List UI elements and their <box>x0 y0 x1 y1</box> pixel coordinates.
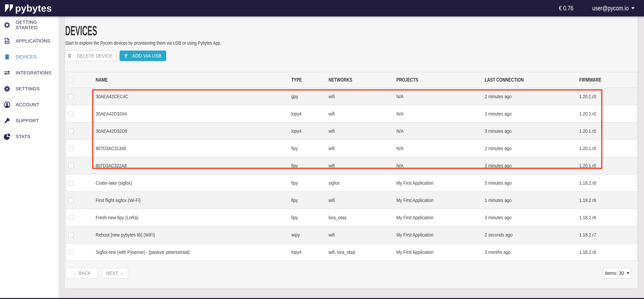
row-checkbox[interactable] <box>68 163 74 168</box>
devices-table: NAME TYPE NETWORKS PROJECTS LAST CONNECT… <box>66 72 638 261</box>
device-networks: wifi <box>328 232 335 238</box>
row-checkbox[interactable] <box>68 198 74 203</box>
device-networks: sigfox <box>328 180 340 186</box>
pagination: ← BACK NEXT → Items: 30 <box>66 268 636 278</box>
usb-icon <box>123 53 129 58</box>
device-row: 30AEA42CEC4CgpywifiN/A2 minutes ago1.20.… <box>66 88 637 105</box>
device-projects: N/A <box>396 146 404 151</box>
row-checkbox[interactable] <box>68 180 74 186</box>
device-networks: wifi <box>328 111 335 117</box>
back-button[interactable]: ← BACK <box>66 268 98 278</box>
logo-text: pybytes <box>15 3 52 14</box>
next-button[interactable]: NEXT → <box>102 268 128 278</box>
device-type: lopy4 <box>291 111 302 117</box>
delete-device-button[interactable]: DELETE DEVICE <box>65 50 117 61</box>
column-header-type: TYPE <box>291 77 302 83</box>
device-firmware: 1.20.1.r0 <box>579 163 596 168</box>
sidebar-item-account[interactable]: ACCOUNT <box>0 97 59 113</box>
device-name: Reboot [new pybytes lib] (WiFi) <box>96 232 155 238</box>
screen-bottom-edge <box>0 298 644 299</box>
sidebar-item-devices[interactable]: DEVICES <box>0 49 59 65</box>
device-name: Sigfox-test (with Pysense) - [pastoor pe… <box>96 249 189 255</box>
sidebar-item-stats[interactable]: STATS <box>0 128 59 144</box>
user-email: user@pycom.io <box>592 4 629 12</box>
device-networks: wifi <box>328 94 335 100</box>
device-last-connection: 3 minutes ago <box>485 128 512 134</box>
chip-icon <box>3 53 11 60</box>
table-header-row: NAME TYPE NETWORKS PROJECTS LAST CONNECT… <box>66 72 637 88</box>
device-networks: wifi <box>328 198 335 203</box>
items-per-page-dropdown[interactable]: Items: 30 <box>603 268 631 278</box>
add-via-usb-label: ADD VIA USB <box>132 53 161 59</box>
device-name: 30AEA42CEC4C <box>96 94 128 100</box>
device-projects: N/A <box>396 163 404 168</box>
chevron-down-icon <box>626 272 630 274</box>
device-row: Sigfox-test (with Pysense) - [pastoor pe… <box>66 243 637 260</box>
user-icon <box>3 101 11 108</box>
sidebar-item-support[interactable]: SUPPORT <box>0 113 59 128</box>
device-type: wipy <box>291 232 300 238</box>
sidebar-item-label: SUPPORT <box>16 118 39 124</box>
row-checkbox[interactable] <box>68 250 74 255</box>
device-type: fipy <box>291 215 298 220</box>
back-button-label: ← BACK <box>73 270 91 276</box>
trash-icon <box>67 53 72 58</box>
device-name: First flight sigfox (Wi-Fi) <box>96 198 141 203</box>
device-projects: My First Application <box>396 215 434 220</box>
device-last-connection: 2 seconds ago <box>485 232 512 238</box>
device-last-connection: 2 minutes ago <box>485 146 512 151</box>
sidebar-item-label: DEVICES <box>16 54 37 60</box>
delete-device-label: DELETE DEVICE <box>77 53 112 59</box>
add-via-usb-button[interactable]: ADD VIA USB <box>120 50 166 61</box>
sidebar-item-integrations[interactable]: INTEGRATIONS <box>0 65 59 81</box>
column-header-firmware: FIRMWARE <box>579 77 601 83</box>
device-last-connection: 3 minutes ago <box>485 215 512 220</box>
device-firmware: 1.18.2.r6 <box>579 215 596 220</box>
device-networks: wifi, lora_otaa <box>328 249 355 255</box>
device-row: First flight sigfox (Wi-Fi)fipywifiMy Fi… <box>66 192 637 209</box>
top-bar: pybytes € 0.76 user@pycom.io <box>0 0 644 16</box>
gear-icon <box>3 85 11 92</box>
device-row: Crater-lake (sigfox)fipysigfoxMy First A… <box>66 174 637 192</box>
devices-page: DEVICES Start to explore the Pycom devic… <box>65 16 638 288</box>
wrench-icon <box>3 117 11 124</box>
device-projects: My First Application <box>396 249 434 255</box>
device-row: 30AEA42D32D8lopy4wifiN/A3 minutes ago1.2… <box>66 122 637 140</box>
row-checkbox[interactable] <box>68 146 74 151</box>
device-firmware: 1.20.1.r0 <box>579 146 596 151</box>
device-name: 30AEA42D32D8 <box>96 128 127 134</box>
column-header-networks: NETWORKS <box>328 77 352 83</box>
device-projects: N/A <box>396 128 404 134</box>
sidebar-item-settings[interactable]: SETTINGS <box>0 81 59 97</box>
page-subtitle: Start to explore the Pycom devices by pr… <box>65 40 221 46</box>
row-checkbox[interactable] <box>68 94 74 99</box>
device-row: Fresh-new-fipy (LoRa)fipylora_otaaMy Fir… <box>66 209 637 226</box>
sidebar-item-applications[interactable]: APPLICATIONS <box>0 33 59 49</box>
select-all-checkbox[interactable] <box>68 78 74 82</box>
device-row: 807D3AC31340fipywifiN/A2 minutes ago1.20… <box>66 140 637 157</box>
device-type: fipy <box>291 163 298 168</box>
row-checkbox[interactable] <box>68 232 74 238</box>
row-checkbox[interactable] <box>68 215 74 220</box>
row-checkbox[interactable] <box>68 128 74 134</box>
device-row: Reboot [new pybytes lib] (WiFi)wipywifiM… <box>66 226 637 243</box>
column-header-last-connection: LAST CONNECTION <box>485 77 524 83</box>
page-title: DEVICES <box>65 24 97 37</box>
device-last-connection: 1 minutes ago <box>485 198 512 203</box>
user-menu[interactable]: user@pycom.io <box>583 4 634 12</box>
sidebar-item-label: SETTINGS <box>16 86 40 92</box>
device-firmware: 1.18.2.r7 <box>579 232 596 238</box>
sidebar: GETTING STARTEDAPPLICATIONSDEVICESINTEGR… <box>0 16 59 299</box>
device-name: Crater-lake (sigfox) <box>96 180 132 186</box>
sidebar-item-getting-started[interactable]: GETTING STARTED <box>0 17 59 33</box>
row-checkbox[interactable] <box>68 111 74 116</box>
sidebar-item-label: ACCOUNT <box>16 102 39 108</box>
device-projects: My First Application <box>396 198 434 203</box>
device-last-connection: 2 minutes ago <box>485 94 512 100</box>
sidebar-item-label: GETTING STARTED <box>16 20 59 30</box>
pybytes-logo[interactable]: pybytes <box>5 3 52 14</box>
chevron-down-icon <box>631 7 634 9</box>
device-type: fipy <box>291 146 298 151</box>
device-row: 30AEA42D32A4lopy4wifiN/A3 minutes ago1.2… <box>66 105 637 122</box>
device-projects: My First Application <box>396 180 434 186</box>
